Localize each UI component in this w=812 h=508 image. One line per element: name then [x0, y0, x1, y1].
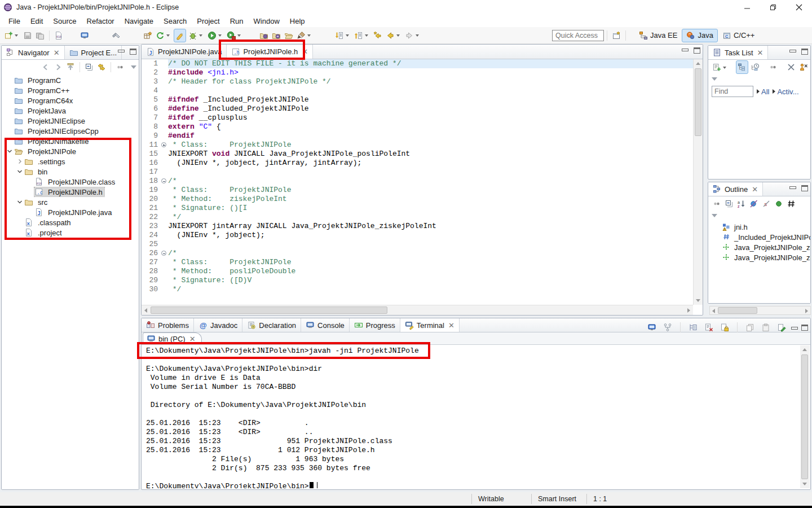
list-down-button[interactable] [334, 29, 352, 42]
code-line-18[interactable]: 18/* [142, 177, 693, 186]
task-find-input[interactable] [712, 86, 753, 97]
tab-problems[interactable]: Problems [142, 318, 194, 332]
fold-minus-icon[interactable] [160, 249, 168, 258]
dropdown-caret-icon[interactable] [166, 34, 170, 37]
outline-item[interactable]: Java_ProjektJNIPole_zisl [708, 252, 810, 262]
code-line-22[interactable]: 22 */ [142, 213, 693, 222]
tab-progress[interactable]: Progress [350, 318, 400, 332]
close-icon[interactable]: ✕ [189, 335, 196, 343]
tree-item-programc[interactable]: ProgramC [2, 75, 139, 85]
code-line-20[interactable]: 20 * Method: ziskejPoleInt [142, 195, 693, 204]
terminal-vscrollbar[interactable] [800, 345, 810, 488]
hide-static-button[interactable]: s [761, 197, 772, 211]
tab-task-list[interactable]: Task List ✕ [708, 46, 768, 59]
code-editor[interactable]: 1/* DO NOT EDIT THIS FILE - it is machin… [142, 59, 693, 305]
tab-projektjnipole-java[interactable]: JProjektJNIPole.java [142, 45, 227, 59]
code-line-4[interactable]: 4 [142, 86, 693, 95]
lock-doc-button[interactable] [719, 321, 730, 334]
nav-up-button[interactable] [65, 60, 76, 74]
scheduled-button[interactable] [749, 60, 761, 74]
pin-tree-button[interactable] [687, 321, 699, 334]
close-icon[interactable]: ✕ [757, 49, 764, 56]
link-editor-button[interactable] [96, 60, 107, 74]
code-line-24[interactable]: 24 (JNIEnv *, jobject); [142, 231, 693, 240]
dropdown-caret-icon[interactable] [15, 34, 18, 37]
close-icon[interactable]: ✕ [448, 322, 454, 329]
categorized-button[interactable] [736, 60, 748, 74]
open-terminal-button[interactable] [646, 321, 657, 334]
restore-button[interactable] [760, 0, 786, 15]
code-line-5[interactable]: 5#ifndef _Included_ProjektJNIPole [142, 95, 693, 104]
dropdown-caret-icon[interactable] [199, 34, 202, 37]
view-menu-icon[interactable] [131, 65, 136, 69]
focus-button[interactable] [798, 60, 809, 74]
forward-button[interactable] [404, 29, 422, 42]
menu-navigate[interactable]: Navigate [120, 16, 158, 27]
dropdown-caret-icon[interactable] [346, 34, 349, 37]
dropdown-caret-icon[interactable] [365, 34, 368, 37]
branch-button[interactable] [662, 321, 673, 334]
tree-item-projektjnieclipsecpp[interactable]: ProjektJNIEclipseCpp [2, 126, 139, 136]
back-button[interactable] [385, 29, 403, 42]
editor-vscrollbar[interactable] [693, 59, 703, 305]
minimize-view-icon[interactable] [789, 50, 796, 52]
copy-button[interactable] [744, 321, 756, 334]
view-menu-button[interactable] [711, 197, 722, 211]
close-button[interactable] [786, 0, 812, 15]
open-perspective-button[interactable] [611, 29, 622, 42]
edit-button[interactable] [776, 321, 787, 334]
terminal-output[interactable]: E:\Dokumenty\Java\ProjektJNIPole\bin>jav… [143, 345, 800, 488]
menu-window[interactable]: Window [249, 16, 285, 27]
outline-item[interactable]: Java_ProjektJNIPole_zisl [708, 242, 810, 252]
code-line-29[interactable]: 29 * Signature: ([D)V [142, 276, 693, 285]
minimize-view-icon[interactable] [118, 50, 125, 52]
dropdown-caret-icon[interactable] [723, 67, 726, 69]
new-button[interactable] [3, 29, 21, 42]
code-line-27[interactable]: 27 * Class: ProjektJNIPole [142, 258, 693, 267]
editor-hscrollbar[interactable] [142, 305, 693, 315]
code-line-6[interactable]: 6#define _Included_ProjektJNIPole [142, 104, 693, 113]
dropdown-caret-icon[interactable] [416, 34, 419, 37]
close-icon[interactable]: ✕ [752, 186, 758, 193]
tab-javadoc[interactable]: @Javadoc [194, 318, 242, 332]
menu-edit[interactable]: Edit [25, 16, 48, 27]
monitor-button[interactable] [79, 29, 90, 42]
dropdown-caret-icon[interactable] [396, 34, 400, 37]
tree-item-programc64x[interactable]: ProgramC64x [2, 95, 139, 106]
code-line-19[interactable]: 19 * Class: ProjektJNIPole [142, 186, 693, 195]
tree-item-projektjava[interactable]: ProjektJava [2, 106, 139, 116]
code-line-30[interactable]: 30 */ [142, 285, 693, 294]
menu-project[interactable]: Project [192, 16, 224, 27]
code-line-8[interactable]: 8extern "C" { [142, 122, 693, 132]
nav-forward-button[interactable] [52, 60, 64, 74]
collapse-all-button[interactable] [723, 197, 735, 211]
tab-project-e-[interactable]: Project E... [65, 46, 122, 59]
code-line-21[interactable]: 21 * Signature: ()[I [142, 204, 693, 213]
task-filter-all[interactable]: All [757, 87, 769, 96]
view-menu-button[interactable] [767, 60, 779, 74]
code-line-9[interactable]: 9#endif [142, 132, 693, 141]
refresh-button[interactable] [155, 29, 173, 42]
right-panel-hscrollbar[interactable] [709, 306, 811, 315]
code-line-25[interactable]: 25 [142, 240, 693, 249]
fold-minus-icon[interactable] [160, 177, 168, 186]
outline-item[interactable]: jni.h [708, 222, 810, 232]
minimize-view-icon[interactable] [789, 186, 796, 189]
code-line-1[interactable]: 1/* DO NOT EDIT THIS FILE - it is machin… [142, 59, 693, 68]
code-line-17[interactable]: 17 [142, 168, 693, 177]
hide-completed-button[interactable] [785, 60, 797, 74]
view-menu-button[interactable] [114, 60, 126, 74]
green-dot-button[interactable] [773, 197, 784, 211]
view-menu-icon[interactable] [712, 214, 717, 217]
code-line-15[interactable]: 15JNIEXPORT void JNICALL Java_ProjektJNI… [142, 150, 693, 159]
tree-item-projektjnieclipse[interactable]: ProjektJNIEclipse [2, 116, 139, 126]
tree-item-programc-[interactable]: ProgramC++ [2, 85, 139, 95]
code-line-16[interactable]: 16 (JNIEnv *, jobject, jintArray, jintAr… [142, 159, 693, 168]
list-up-button[interactable] [353, 29, 371, 42]
dropdown-caret-icon[interactable] [218, 34, 222, 37]
tab-outline[interactable]: Outline ✕ [708, 182, 763, 196]
code-line-7[interactable]: 7#ifdef __cplusplus [142, 113, 693, 122]
menu-source[interactable]: Source [48, 16, 81, 27]
quick-access-input[interactable] [552, 30, 604, 41]
sort-az-button[interactable]: az [736, 197, 747, 211]
